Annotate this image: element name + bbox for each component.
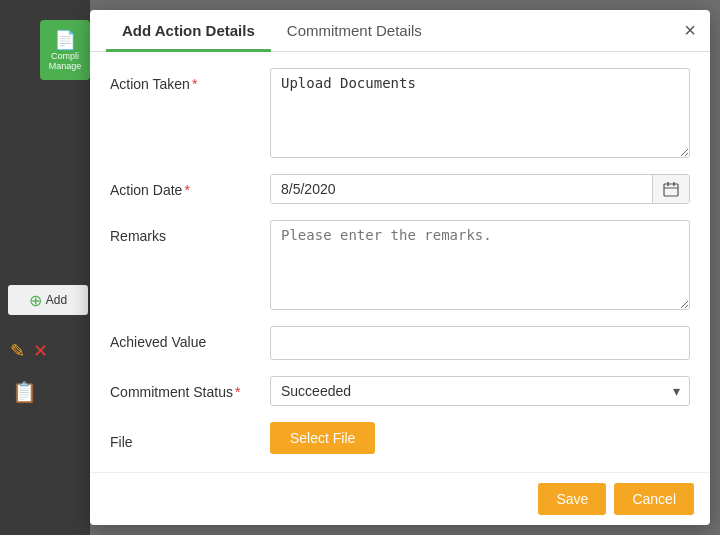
sidebar-action-icons: ✎ ✕ [10,340,48,362]
commitment-status-select[interactable]: Succeeded Failed In Progress Pending [270,376,690,406]
add-button[interactable]: ⊕ Add [8,285,88,315]
add-action-details-modal: Add Action Details Commitment Details × … [90,10,710,525]
achieved-value-label: Achieved Value [110,326,270,350]
modal-body: Action Taken* Action Date* [90,52,710,472]
action-date-row: Action Date* [110,174,690,204]
action-taken-row: Action Taken* [110,68,690,158]
tab-add-action-details[interactable]: Add Action Details [106,10,271,52]
sidebar-item-compliance[interactable]: 📄 Compli Manage [40,20,90,80]
modal-header: Add Action Details Commitment Details × [90,10,710,52]
remarks-input[interactable] [270,220,690,310]
file-label: File [110,426,270,450]
commitment-status-row: Commitment Status* Succeeded Failed In P… [110,376,690,406]
remarks-row: Remarks [110,220,690,310]
calendar-icon[interactable] [652,175,689,203]
document-icon: 📋 [12,380,37,404]
commitment-status-select-wrapper: Succeeded Failed In Progress Pending ▾ [270,376,690,406]
action-date-input[interactable] [271,175,652,203]
svg-rect-0 [664,184,678,196]
tab-commitment-details[interactable]: Commitment Details [271,10,438,52]
cancel-button[interactable]: Cancel [614,483,694,515]
modal-footer: Save Cancel [90,472,710,525]
remarks-label: Remarks [110,220,270,244]
select-file-button[interactable]: Select File [270,422,375,454]
achieved-value-input[interactable] [270,326,690,360]
action-taken-input[interactable] [270,68,690,158]
commitment-status-label: Commitment Status* [110,376,270,400]
action-date-label: Action Date* [110,174,270,198]
action-date-wrapper [270,174,690,204]
delete-icon[interactable]: ✕ [33,340,48,362]
achieved-value-row: Achieved Value [110,326,690,360]
sidebar: 📄 Compli Manage ⊕ Add ✎ ✕ 📋 [0,0,90,535]
close-button[interactable]: × [684,20,696,40]
file-row: File Select File [110,422,690,454]
save-button[interactable]: Save [538,483,606,515]
action-taken-label: Action Taken* [110,68,270,92]
edit-icon[interactable]: ✎ [10,340,25,362]
